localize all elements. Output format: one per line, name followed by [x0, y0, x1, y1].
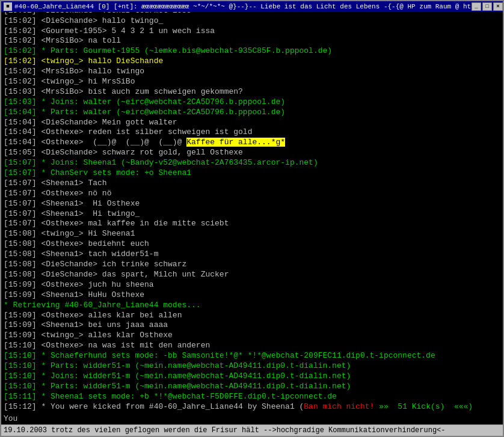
list-item: * Retrieving #40-60_Jahre_Liane44 modes.… — [4, 301, 500, 311]
window-icon: ■ — [4, 2, 12, 11]
list-item: [15:04] <Osthexe> (__)@ (__)@ (__)@ Kaff… — [4, 138, 500, 148]
list-item: [15:04] <DieSchande> Mein gott walter — [4, 118, 500, 128]
list-item: [15:07] <Sheena1> Tach — [4, 179, 500, 189]
list-item: [15:02] <DieSchande> TschüB Gourmet-1955 — [4, 12, 500, 16]
window-title: #40-60_Jahre_Liane44 [0] [+nt]: æœæœæœæœ… — [14, 3, 472, 10]
list-item: [15:09] <Sheena1> bei uns jaaa aaaa — [4, 320, 500, 331]
list-item: [15:02] * Parts: Gourmet-1955 (~lemke.bi… — [4, 46, 500, 57]
list-item: [15:07] <Osthexe> nö nö — [4, 189, 500, 199]
list-item: [15:10] <Osthexe> na was ist mit den and… — [4, 341, 500, 351]
you-label: You — [4, 414, 17, 423]
maximize-button[interactable]: □ — [482, 2, 492, 11]
list-item: [15:10] * Parts: widder51-m (~mein.name@… — [4, 361, 500, 371]
close-button[interactable]: × — [493, 2, 503, 11]
kick-message: Ban mich nicht! — [304, 402, 374, 411]
list-item: [15:08] <DieSchande> das spart, Milch un… — [4, 270, 500, 280]
list-item: [15:09] <Osthexe> juch hu sheena — [4, 280, 500, 290]
list-item: [15:03] * Joins: walter (~eirc@webchat-2… — [4, 97, 500, 108]
list-item: [15:10] * Joins: widder51-m (~mein.name@… — [4, 371, 500, 382]
list-item: [15:08] <Sheena1> tach widder51-m — [4, 249, 500, 260]
kick-suffix: »» 51 Kick(s) «««) — [374, 402, 473, 411]
list-item: [15:08] <DieSchande> ich trinke schwarz — [4, 260, 500, 270]
list-item: [15:08] <Osthexe> bediehnt euch — [4, 239, 500, 249]
list-item: [15:07] * ChanServ sets mode: +o Sheena1 — [4, 168, 500, 179]
list-item: [15:07] <Osthexe> mal kaffee in die mitt… — [4, 219, 500, 229]
list-item: [15:10] * Parts: widder51-m (~mein.name@… — [4, 382, 500, 392]
list-item: [15:02] <MrsSiBo> na toll — [4, 36, 500, 46]
list-item: [15:09] <twingo_> alles klar Osthexe — [4, 331, 500, 341]
title-bar-left: ■ #40-60_Jahre_Liane44 [0] [+nt]: æœæœæœ… — [4, 2, 472, 11]
chat-input[interactable] — [20, 414, 500, 423]
list-item: [15:02] <DieSchande> hallo twingo_ — [4, 16, 500, 26]
title-bar: ■ #40-60_Jahre_Liane44 [0] [+nt]: æœæœæœ… — [1, 1, 503, 12]
minimize-button[interactable]: _ — [472, 2, 481, 11]
bottom-bar: 19.10.2003 trotz des vielen geflogen wer… — [1, 424, 503, 436]
list-item: [15:09] <Osthexe> alles klar bei allen — [4, 311, 500, 321]
list-item: [15:02] <MrsSiBo> hallo twingo — [4, 67, 500, 77]
list-item: [15:09] <Sheena1> HuHu Osthexe — [4, 290, 500, 301]
list-item: [15:07] <Sheena1> Hi twingo_ — [4, 209, 500, 219]
list-item: [15:07] <Sheena1> Hi Osthexe — [4, 199, 500, 209]
chat-area: [15:02] <DieSchande> gut idee Gourmet-19… — [1, 12, 503, 413]
list-item: [15:05] <DieSchande> schwarz rot gold, g… — [4, 148, 500, 158]
kaffee-highlight: Kaffee für alle...*g* — [186, 138, 285, 147]
title-bar-controls: _ □ × — [472, 2, 503, 11]
list-item: [15:12] * You were kicked from #40-60_Ja… — [4, 402, 500, 412]
status-text: 19.10.2003 trotz des vielen geflogen wer… — [4, 426, 446, 435]
list-item: [15:10] * Schaeferhund sets mode: -bb Sa… — [4, 351, 500, 361]
main-window: ■ #40-60_Jahre_Liane44 [0] [+nt]: æœæœæœ… — [0, 0, 504, 437]
list-item: [15:02] <Gourmet-1955> 5 4 3 2 1 un wech… — [4, 26, 500, 37]
list-item: [15:11] * Sheena1 sets mode: +b *!*@webc… — [4, 392, 500, 402]
list-item: [15:04] * Parts: walter (~eirc@webchat-2… — [4, 108, 500, 118]
list-item: [15:04] <Osthexe> reden ist silber schwe… — [4, 127, 500, 138]
list-item: [15:03] <MrsSiBo> bist auch zum schweige… — [4, 87, 500, 97]
list-item: [15:08] <twingo_> Hi Sheena1 — [4, 229, 500, 239]
list-item: [15:07] * Joins: Sheena1 (~Bandy-v52@web… — [4, 158, 500, 168]
list-item: [15:02] <twingo_> hi MrsSiBo — [4, 77, 500, 87]
list-item: [15:02] <twingo_> hallo DieSchande — [4, 57, 500, 67]
input-row: You — [1, 413, 503, 424]
